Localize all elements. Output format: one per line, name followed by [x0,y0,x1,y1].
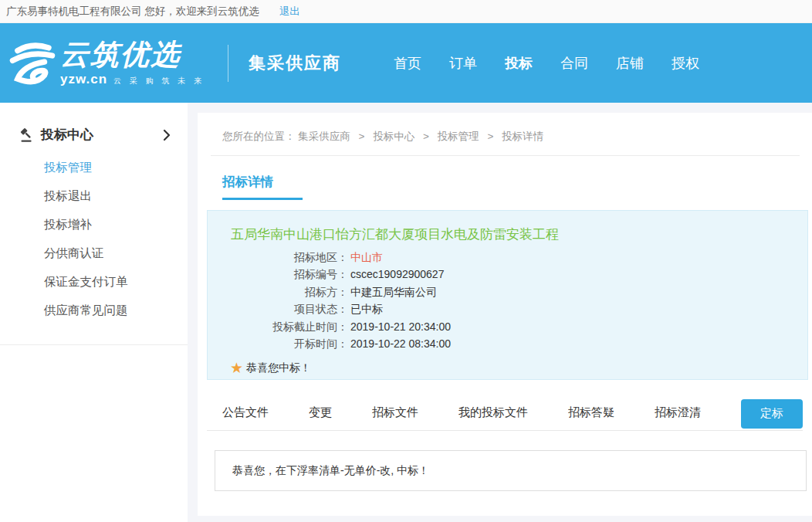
main-panel: 您所在的位置： 集采供应商 > 投标中心 > 投标管理 > 投标详情 招标详情 … [198,113,812,516]
project-info-box: 五局华南中山港口怡方汇都大厦项目水电及防雷安装工程 招标地区： 中山市 招标编号… [207,210,808,380]
field-label: 招标地区： [208,249,348,266]
brand-name: 云筑优选 [60,40,205,69]
nav-item-contracts[interactable]: 合同 [560,54,588,73]
field-label: 投标截止时间： [208,318,348,335]
nav-item-bidding[interactable]: 投标 [505,54,533,73]
main-nav: 首页 订单 投标 合同 店铺 授权 [380,54,713,73]
breadcrumb-item-bid-management[interactable]: 投标管理 [438,130,479,142]
breadcrumb-separator: > [359,130,365,142]
award-message: 恭喜您，在下浮率清单-无单价-改, 中标！ [232,464,429,476]
nav-item-shop[interactable]: 店铺 [616,54,644,73]
field-value-tenderer: 中建五局华南公司 [350,283,437,300]
field-value-deadline: 2019-10-21 20:34:00 [350,318,451,335]
header-divider [228,45,228,82]
breadcrumb-separator: > [487,130,493,142]
sidebar-item-bid-management[interactable]: 投标管理 [0,153,188,181]
breadcrumb: 您所在的位置： 集采供应商 > 投标中心 > 投标管理 > 投标详情 [198,113,812,155]
logout-link[interactable]: 退出 [279,5,300,19]
tab-changes[interactable]: 变更 [309,397,332,430]
tab-tender-files[interactable]: 招标文件 [372,397,418,430]
breadcrumb-item-supplier[interactable]: 集采供应商 [298,130,350,142]
congrats-text: 恭喜您中标！ [246,361,311,375]
sidebar-item-supplier-certification[interactable]: 分供商认证 [0,239,188,267]
field-label: 招标方： [208,283,348,300]
award-message-box: 恭喜您，在下浮率清单-无单价-改, 中标！ [215,450,807,491]
sidebar-section-bid-center[interactable]: 投标中心 [0,103,188,153]
field-row-tenderer: 招标方： 中建五局华南公司 [208,283,807,300]
gavel-icon [19,127,35,143]
sidebar: 投标中心 投标管理 投标退出 投标增补 分供商认证 保证金支付订单 供应商常见问… [0,103,188,522]
topbar: 广东易事特机电工程有限公司 您好，欢迎来到云筑优选 退出 [0,0,812,23]
breadcrumb-separator: > [423,130,429,142]
field-value-opening-time: 2019-10-22 08:34:00 [350,335,451,352]
sidebar-item-supplier-faq[interactable]: 供应商常见问题 [0,296,188,324]
field-row-opening-time: 开标时间： 2019-10-22 08:34:00 [208,335,807,352]
field-label: 开标时间： [208,335,348,352]
tab-tender-qa[interactable]: 招标答疑 [568,397,614,430]
breadcrumb-item-bid-details: 投标详情 [502,130,543,142]
field-label: 招标编号： [208,266,348,283]
sidebar-item-bid-supplement[interactable]: 投标增补 [0,210,188,239]
brand-logo[interactable]: 云筑优选 yzw.cn 云 采 购 筑 未 来 [8,38,205,89]
tab-award-button[interactable]: 定标 [741,399,803,429]
field-value-region: 中山市 [350,249,383,266]
page: 广东易事特机电工程有限公司 您好，欢迎来到云筑优选 退出 云筑优选 yzw.cn… [0,0,812,522]
tab-my-bid-files[interactable]: 我的投标文件 [458,397,528,430]
field-row-tender-no: 招标编号： cscec19092900627 [208,266,807,283]
field-label: 项目状态： [208,300,348,317]
breadcrumb-prefix: 您所在的位置： [222,130,296,142]
congrats-row: ★ 恭喜您中标！ [230,361,807,375]
cloud-logo-icon [8,38,57,89]
brand-slogan: 云 采 购 筑 未 来 [113,77,205,85]
star-icon: ★ [230,361,243,375]
tab-tender-clarification[interactable]: 招标澄清 [655,397,701,430]
sidebar-item-deposit-orders[interactable]: 保证金支付订单 [0,267,188,296]
field-row-deadline: 投标截止时间： 2019-10-21 20:34:00 [208,318,807,335]
nav-item-home[interactable]: 首页 [394,54,421,73]
sidebar-divider [0,344,188,345]
brand-domain: yzw.cn [60,73,107,86]
tab-tender-details[interactable]: 招标详情 [222,174,303,200]
sidebar-title: 投标中心 [41,126,163,144]
detail-tabs: 公告文件 变更 招标文件 我的投标文件 招标答疑 招标澄清 定标 [207,397,803,431]
field-value-status: 已中标 [350,300,383,317]
welcome-text: 广东易事特机电工程有限公司 您好，欢迎来到云筑优选 [6,5,259,19]
project-title[interactable]: 五局华南中山港口怡方汇都大厦项目水电及防雷安装工程 [208,211,807,249]
app-header: 云筑优选 yzw.cn 云 采 购 筑 未 来 集采供应商 首页 订单 投标 合… [0,23,812,103]
tab-announcement-files[interactable]: 公告文件 [222,397,269,430]
field-value-tender-no: cscec19092900627 [350,266,444,283]
chevron-right-icon[interactable] [163,129,171,141]
nav-item-authorization[interactable]: 授权 [672,54,699,73]
nav-item-orders[interactable]: 订单 [449,54,477,73]
portal-name: 集采供应商 [249,52,341,75]
breadcrumb-item-bid-center[interactable]: 投标中心 [373,130,414,142]
sidebar-item-bid-withdrawal[interactable]: 投标退出 [0,181,188,210]
brand-text: 云筑优选 yzw.cn 云 采 购 筑 未 来 [60,40,205,86]
field-row-region: 招标地区： 中山市 [208,249,807,266]
field-row-status: 项目状态： 已中标 [208,300,807,317]
breadcrumb-divider [211,155,800,156]
